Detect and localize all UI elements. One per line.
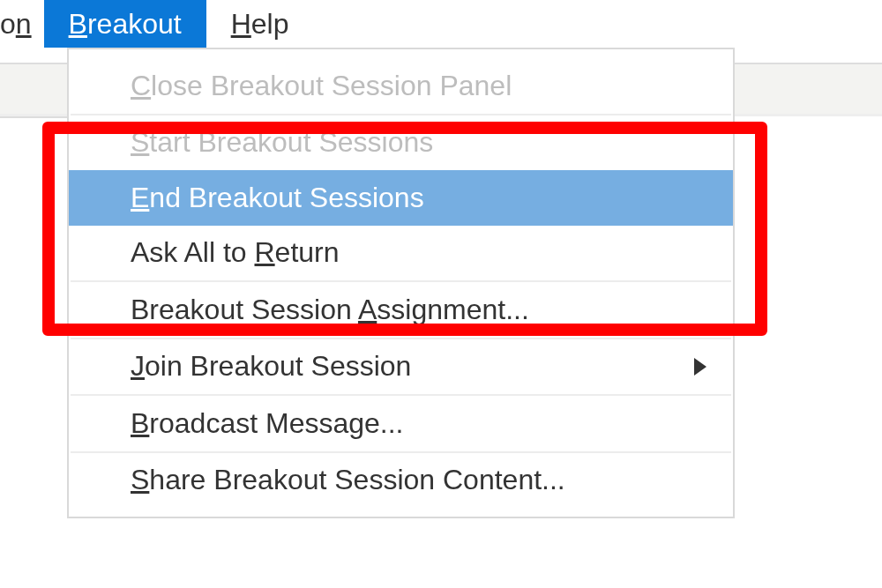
menu-item-breakout-mnemonic: B	[69, 8, 87, 40]
menu-item-help-rest: elp	[251, 8, 289, 40]
menu-item-help[interactable]: Help	[206, 0, 314, 48]
menu-start-mnemonic: S	[131, 126, 149, 158]
menu-broadcast-mnemonic: B	[131, 407, 149, 439]
menu-join-rest: oin Breakout Session	[145, 350, 411, 382]
menu-item-share-breakout-content[interactable]: Share Breakout Session Content...	[69, 453, 733, 509]
menu-bar: on Breakout Help	[0, 0, 882, 48]
menu-share-rest: hare Breakout Session Content...	[149, 464, 564, 495]
menu-item-close-breakout-panel: Close Breakout Session Panel	[69, 58, 733, 114]
menu-broadcast-rest: roadcast Message...	[149, 407, 403, 439]
menu-item-prev-prefix: o	[0, 8, 16, 40]
menu-end-mnemonic: E	[131, 182, 149, 213]
menu-start-rest: tart Breakout Sessions	[149, 126, 433, 158]
breakout-dropdown-menu: Close Breakout Session Panel Start Break…	[67, 48, 735, 518]
menu-share-mnemonic: S	[131, 464, 149, 495]
menu-item-prev-mnemonic: n	[16, 8, 32, 40]
menu-end-rest: nd Breakout Sessions	[149, 182, 423, 213]
menu-assignment-mnemonic: A	[358, 294, 377, 325]
menu-join-mnemonic: J	[131, 350, 145, 382]
menu-close-panel-mnemonic: C	[131, 70, 151, 101]
menu-item-breakout[interactable]: Breakout	[44, 0, 206, 48]
menu-close-panel-rest: lose Breakout Session Panel	[151, 70, 512, 101]
menu-item-breakout-assignment[interactable]: Breakout Session Assignment...	[69, 282, 733, 338]
menu-item-broadcast-message[interactable]: Broadcast Message...	[69, 396, 733, 451]
menu-item-join-breakout[interactable]: Join Breakout Session	[69, 339, 733, 395]
menu-item-help-mnemonic: H	[231, 8, 251, 40]
menu-ask-return-prefix: Ask All to	[131, 236, 255, 268]
menu-item-ask-all-return[interactable]: Ask All to Return	[69, 226, 733, 281]
left-vertical-strip	[0, 116, 67, 588]
menu-ask-return-rest: eturn	[275, 236, 340, 268]
menu-item-end-breakout[interactable]: End Breakout Sessions	[69, 170, 733, 226]
menu-ask-return-mnemonic: R	[255, 236, 275, 268]
menu-item-previous-partial[interactable]: on	[0, 0, 44, 48]
submenu-arrow-icon	[694, 358, 706, 376]
menu-item-start-breakout: Start Breakout Sessions	[69, 115, 733, 171]
menu-item-breakout-rest: reakout	[87, 8, 182, 40]
menu-assignment-rest: ssignment...	[377, 294, 529, 325]
menu-assignment-prefix: Breakout Session	[131, 294, 358, 325]
